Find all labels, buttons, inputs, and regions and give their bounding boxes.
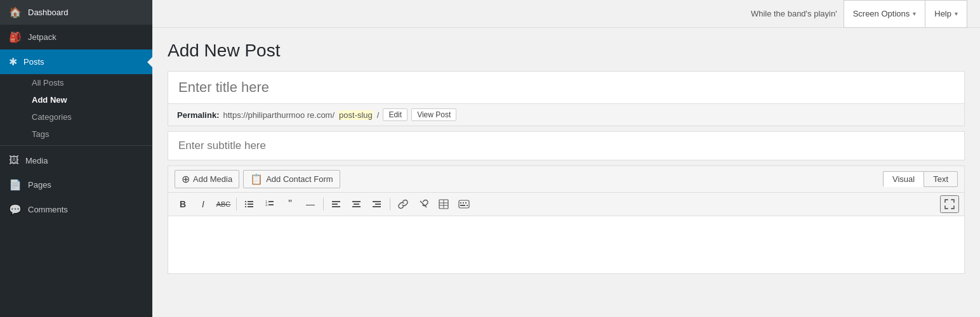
- bold-label: B: [180, 199, 186, 209]
- align-left-icon: [331, 199, 341, 209]
- screen-options-label: Screen Options: [853, 9, 910, 18]
- view-post-button[interactable]: View Post: [411, 108, 456, 121]
- add-contact-form-button[interactable]: 📋 Add Contact Form: [243, 170, 340, 188]
- italic-button[interactable]: I: [194, 195, 213, 213]
- sidebar-item-label: Jetpack: [28, 32, 56, 42]
- add-media-button[interactable]: ⊕ Add Media: [175, 170, 239, 188]
- svg-rect-7: [268, 201, 274, 202]
- sidebar-item-media[interactable]: 🖼 Media: [0, 148, 152, 172]
- sidebar-sub-all-posts[interactable]: All Posts: [25, 74, 152, 91]
- sidebar-sub-categories[interactable]: Categories: [25, 108, 152, 126]
- expand-editor-button[interactable]: [940, 195, 959, 213]
- screen-options-button[interactable]: Screen Options ▾: [844, 0, 925, 28]
- ordered-list-button[interactable]: 1. 2.: [260, 195, 279, 213]
- post-subtitle-input[interactable]: [168, 131, 965, 160]
- permalink-label: Permalink:: [177, 110, 219, 120]
- align-right-button[interactable]: [368, 195, 387, 213]
- align-right-icon: [372, 199, 382, 209]
- chevron-down-icon: ▾: [955, 10, 958, 17]
- strikethrough-label: ABC: [216, 200, 231, 208]
- permalink-base: https://philiparthurmoo re.com/: [223, 110, 334, 120]
- svg-rect-24: [459, 200, 469, 208]
- table-button[interactable]: [434, 195, 453, 213]
- keyboard-shortcut-button[interactable]: [454, 195, 473, 213]
- svg-rect-0: [245, 201, 246, 202]
- align-center-button[interactable]: [347, 195, 366, 213]
- sidebar-divider: [0, 145, 152, 146]
- svg-rect-1: [248, 201, 253, 202]
- contact-form-icon: 📋: [250, 173, 263, 185]
- svg-rect-5: [248, 206, 253, 207]
- ol-icon: 1. 2.: [265, 199, 275, 209]
- hr-icon: —: [306, 199, 315, 209]
- active-indicator: [147, 57, 152, 67]
- comments-icon: 💬: [9, 204, 22, 216]
- page-title: Add New Post: [168, 41, 965, 61]
- editor-wrapper: ⊕ Add Media 📋 Add Contact Form Visual Te…: [168, 165, 965, 274]
- text-tab[interactable]: Text: [924, 171, 958, 187]
- posts-icon: ✱: [9, 56, 17, 68]
- chevron-down-icon: ▾: [913, 10, 916, 17]
- permalink-bar: Permalink: https://philiparthurmoo re.co…: [168, 104, 965, 126]
- svg-rect-10: [332, 201, 340, 202]
- media-icon: 🖼: [9, 155, 19, 166]
- unordered-list-button[interactable]: [240, 195, 259, 213]
- hr-button[interactable]: —: [301, 195, 320, 213]
- sidebar-item-jetpack[interactable]: 🎒 Jetpack: [0, 25, 152, 49]
- sidebar-sub-tags[interactable]: Tags: [25, 126, 152, 143]
- svg-rect-11: [332, 204, 338, 205]
- svg-rect-15: [352, 206, 361, 207]
- sidebar-item-comments[interactable]: 💬 Comments: [0, 197, 152, 222]
- editor-toolbar-buttons: ⊕ Add Media 📋 Add Contact Form Visual Te…: [168, 166, 964, 193]
- sidebar-item-pages[interactable]: 📄 Pages: [0, 172, 152, 197]
- editor-body[interactable]: [168, 216, 964, 273]
- sidebar-item-label: Posts: [23, 57, 44, 67]
- add-contact-form-label: Add Contact Form: [266, 174, 333, 184]
- visual-text-tabs: Visual Text: [883, 171, 958, 187]
- site-name: While the band's playin': [751, 9, 837, 18]
- sidebar-item-dashboard[interactable]: 🏠 Dashboard: [0, 0, 152, 25]
- visual-tab[interactable]: Visual: [883, 171, 924, 187]
- svg-rect-18: [373, 206, 381, 207]
- permalink-slash: /: [377, 110, 380, 120]
- expand-icon: [944, 198, 955, 210]
- post-title-input[interactable]: [168, 71, 965, 104]
- sidebar-sub-add-new[interactable]: Add New: [25, 91, 152, 108]
- align-center-icon: [352, 199, 362, 209]
- strikethrough-button[interactable]: ABC: [214, 195, 233, 213]
- svg-text:2.: 2.: [265, 203, 268, 207]
- italic-label: I: [202, 199, 204, 209]
- svg-rect-25: [460, 202, 461, 204]
- svg-rect-17: [375, 204, 381, 205]
- editor-format-bar: B I ABC 1.: [168, 193, 964, 216]
- sidebar: 🏠 Dashboard 🎒 Jetpack ✱ Posts All Posts …: [0, 0, 152, 317]
- ul-icon: [244, 199, 255, 209]
- pages-icon: 📄: [9, 179, 22, 191]
- align-left-button[interactable]: [327, 195, 346, 213]
- svg-rect-9: [268, 204, 274, 205]
- help-button[interactable]: Help ▾: [925, 0, 967, 28]
- svg-rect-14: [354, 204, 359, 205]
- svg-rect-13: [352, 201, 361, 202]
- svg-rect-12: [332, 206, 340, 207]
- topbar: While the band's playin' Screen Options …: [152, 0, 980, 28]
- link-button[interactable]: [394, 195, 413, 213]
- unlink-button[interactable]: [414, 195, 433, 213]
- svg-rect-30: [467, 205, 468, 206]
- blockquote-button[interactable]: ": [281, 195, 300, 213]
- main-content: While the band's playin' Screen Options …: [152, 0, 980, 317]
- sidebar-item-label: Comments: [28, 205, 68, 214]
- permalink-slug: post-slug: [338, 110, 373, 120]
- unlink-icon: [418, 199, 428, 209]
- toolbar-separator: [236, 198, 237, 210]
- svg-rect-2: [245, 204, 246, 205]
- table-icon: [439, 199, 449, 209]
- bold-button[interactable]: B: [173, 195, 192, 213]
- sidebar-item-posts[interactable]: ✱ Posts: [0, 49, 152, 74]
- keyboard-icon: [458, 199, 470, 209]
- sidebar-item-label: Media: [25, 156, 48, 165]
- svg-rect-16: [373, 201, 381, 202]
- toolbar-separator-3: [390, 198, 390, 210]
- svg-rect-27: [465, 202, 467, 204]
- edit-slug-button[interactable]: Edit: [383, 108, 407, 121]
